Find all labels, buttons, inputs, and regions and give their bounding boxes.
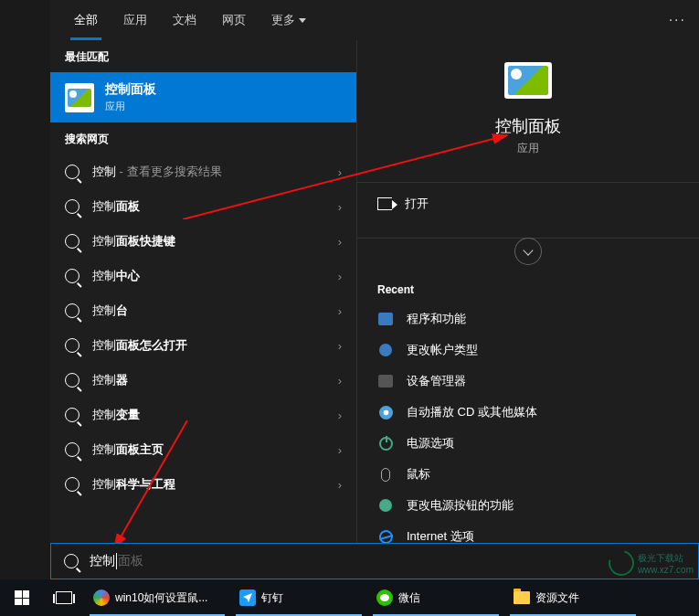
recent-item-label: 自动播放 CD 或其他媒体 xyxy=(407,404,537,420)
search-tabs: 全部 应用 文档 网页 更多 ··· xyxy=(50,0,699,40)
chevron-right-icon: › xyxy=(338,200,342,214)
control-panel-icon xyxy=(504,62,552,99)
result-text: 控制面板主页 xyxy=(92,441,325,458)
taskbar-app-label: 微信 xyxy=(398,590,420,606)
taskbar-app-dingtalk[interactable]: 钉钉 xyxy=(230,579,367,616)
recent-item[interactable]: 自动播放 CD 或其他媒体 xyxy=(357,397,699,428)
recent-item[interactable]: 更改帐户类型 xyxy=(357,335,699,366)
chevron-right-icon: › xyxy=(338,165,342,179)
result-text: 控制面板怎么打开 xyxy=(92,337,325,354)
wechat-icon xyxy=(376,589,393,606)
search-web-header: 搜索网页 xyxy=(50,122,356,154)
search-result[interactable]: 控制面板› xyxy=(50,189,356,224)
search-result[interactable]: 控制面板怎么打开› xyxy=(50,328,356,363)
recent-header: Recent xyxy=(357,265,699,303)
recent-item[interactable]: 程序和功能 xyxy=(357,303,699,335)
search-icon xyxy=(65,303,79,318)
best-match-header: 最佳匹配 xyxy=(50,40,356,72)
recent-item-icon xyxy=(377,373,394,389)
best-match-item[interactable]: 控制面板 应用 xyxy=(50,72,356,122)
search-icon xyxy=(65,477,79,492)
search-icon xyxy=(65,165,79,179)
tab-docs[interactable]: 文档 xyxy=(160,0,209,40)
preview-subtitle: 应用 xyxy=(517,141,539,156)
open-icon xyxy=(377,197,392,210)
start-button[interactable] xyxy=(0,579,44,616)
search-icon xyxy=(65,442,79,457)
dingtalk-icon xyxy=(239,589,256,606)
recent-item-icon xyxy=(377,497,394,514)
search-icon xyxy=(65,199,79,214)
taskbar-app-explorer[interactable]: 资源文件 xyxy=(504,579,641,616)
recent-item-label: 设备管理器 xyxy=(407,373,466,389)
chevron-right-icon: › xyxy=(338,339,342,353)
taskbar-app-wechat[interactable]: 微信 xyxy=(367,579,504,616)
result-text: 控制面板 xyxy=(92,198,325,215)
search-result[interactable]: 控制变量› xyxy=(50,398,356,432)
result-text: 控制 - 查看更多搜索结果 xyxy=(92,164,325,180)
search-result[interactable]: 控制面板主页› xyxy=(50,432,356,467)
taskbar-app-browser[interactable]: win10如何设置鼠... xyxy=(84,579,230,616)
control-panel-icon xyxy=(65,83,94,112)
chevron-right-icon: › xyxy=(338,235,342,249)
chevron-right-icon: › xyxy=(338,478,342,492)
open-action[interactable]: 打开 xyxy=(357,183,699,225)
options-button[interactable]: ··· xyxy=(669,12,686,28)
task-view-button[interactable] xyxy=(44,579,84,616)
search-result[interactable]: 控制中心› xyxy=(50,259,356,293)
result-text: 控制器 xyxy=(92,372,325,388)
recent-item-label: 鼠标 xyxy=(407,466,430,483)
tab-all[interactable]: 全部 xyxy=(61,0,111,40)
preview-pane: 控制面板 应用 打开 Recent 程序和功能更改帐户类型设备管理器自动播放 C… xyxy=(356,40,699,579)
search-icon xyxy=(65,234,79,249)
chevron-right-icon: › xyxy=(338,270,342,283)
result-text: 控制变量 xyxy=(92,407,325,423)
search-text: 控制面板 xyxy=(90,553,143,569)
task-view-icon xyxy=(56,591,72,604)
tab-more-label: 更多 xyxy=(271,12,295,28)
best-match-subtitle: 应用 xyxy=(105,100,156,113)
taskbar-app-label: 资源文件 xyxy=(535,590,579,606)
search-icon xyxy=(65,373,79,388)
preview-title: 控制面板 xyxy=(495,115,561,137)
windows-icon xyxy=(15,590,29,605)
result-text: 控制面板快捷键 xyxy=(92,233,325,250)
tab-apps[interactable]: 应用 xyxy=(111,0,160,40)
chevron-right-icon: › xyxy=(338,304,342,318)
tab-web[interactable]: 网页 xyxy=(209,0,259,40)
chevron-down-icon xyxy=(299,18,306,23)
recent-item-label: 程序和功能 xyxy=(407,311,466,327)
search-result[interactable]: 控制台› xyxy=(50,293,356,328)
recent-item-icon xyxy=(377,404,394,420)
recent-item-label: 电源选项 xyxy=(407,435,454,451)
chevron-down-icon xyxy=(523,245,533,255)
recent-item[interactable]: 鼠标 xyxy=(357,459,699,490)
chevron-right-icon: › xyxy=(338,443,342,457)
taskbar-app-label: win10如何设置鼠... xyxy=(115,590,207,606)
result-text: 控制中心 xyxy=(92,268,325,284)
recent-item-label: 更改电源按钮的功能 xyxy=(407,497,514,514)
chevron-right-icon: › xyxy=(338,409,342,422)
search-input[interactable]: 控制面板 xyxy=(50,543,699,579)
recent-item-icon xyxy=(377,466,394,483)
result-text: 控制科学与工程 xyxy=(92,476,325,493)
recent-item-icon xyxy=(377,435,394,451)
recent-item-icon xyxy=(377,311,394,327)
expand-button[interactable] xyxy=(514,238,542,265)
search-result[interactable]: 控制面板快捷键› xyxy=(50,224,356,259)
tab-more[interactable]: 更多 xyxy=(259,0,319,40)
recent-item[interactable]: 更改电源按钮的功能 xyxy=(357,490,699,521)
search-icon xyxy=(65,338,79,353)
search-result[interactable]: 控制器› xyxy=(50,363,356,398)
recent-item[interactable]: 设备管理器 xyxy=(357,366,699,397)
recent-item[interactable]: 电源选项 xyxy=(357,428,699,459)
open-label: 打开 xyxy=(405,196,429,212)
best-match-title: 控制面板 xyxy=(105,81,156,98)
folder-icon xyxy=(514,591,530,604)
recent-item-label: 更改帐户类型 xyxy=(407,342,478,358)
search-result[interactable]: 控制科学与工程› xyxy=(50,467,356,502)
start-search-panel: 全部 应用 文档 网页 更多 ··· 最佳匹配 控制面板 应用 搜索网页 控制 … xyxy=(50,0,699,579)
search-result[interactable]: 控制 - 查看更多搜索结果› xyxy=(50,154,356,189)
taskbar-app-label: 钉钉 xyxy=(261,590,283,606)
chevron-right-icon: › xyxy=(338,374,342,388)
